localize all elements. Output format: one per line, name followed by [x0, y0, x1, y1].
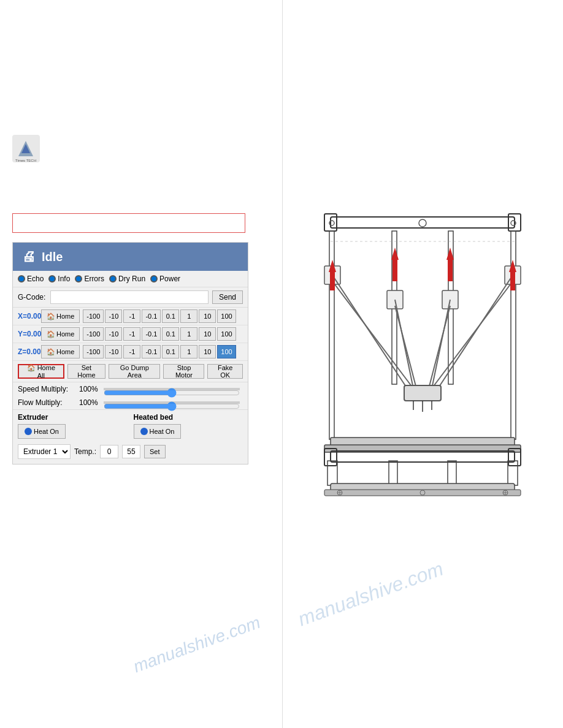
z-step-100[interactable]: 100: [217, 345, 236, 358]
main-gcode-input[interactable]: [12, 213, 245, 233]
y-step-100[interactable]: 100: [217, 327, 236, 341]
svg-rect-39: [330, 272, 335, 290]
z-step-neg1[interactable]: -1: [123, 345, 140, 358]
control-panel: 🖨 Idle Echo Info Errors: [12, 242, 248, 464]
stop-motor-button[interactable]: Stop Motor: [163, 364, 204, 379]
right-panel: manualshive.com: [282, 0, 563, 728]
radio-echo[interactable]: Echo: [18, 275, 44, 283]
radio-errors-circle: [75, 275, 82, 282]
temp-label: Temp.:: [74, 447, 96, 456]
svg-rect-33: [508, 461, 518, 485]
extruder-group: Extruder Heat On: [18, 413, 128, 439]
svg-rect-45: [510, 272, 515, 290]
z-step-10[interactable]: 10: [199, 345, 216, 358]
flow-multiply-slider[interactable]: [104, 401, 240, 411]
svg-marker-42: [446, 248, 454, 260]
go-dump-area-button[interactable]: Go Dump Area: [109, 364, 160, 379]
radio-info[interactable]: Info: [48, 275, 70, 283]
svg-rect-23: [404, 385, 441, 401]
speed-multiply-slider[interactable]: [104, 388, 240, 398]
speed-multiply-track: [104, 388, 240, 390]
action-row: 🏠 Home All Set Home Go Dump Area Stop Mo…: [13, 361, 248, 382]
printer-diagram: [318, 211, 527, 566]
temp-set-button[interactable]: Set: [144, 445, 166, 458]
heated-bed-heat-on-button[interactable]: Heat On: [134, 424, 182, 439]
logo-area: Times TECH: [12, 135, 270, 164]
fake-ok-button[interactable]: Fake OK: [207, 364, 243, 379]
extruder-heat-circle: [25, 428, 32, 435]
radio-errors-label: Errors: [84, 275, 104, 283]
home-all-button[interactable]: 🏠 Home All: [18, 364, 64, 379]
x-step-1[interactable]: 1: [180, 309, 197, 323]
flow-multiply-label: Flow Multiply:: [18, 398, 79, 407]
home-icon-y: 🏠: [47, 330, 55, 338]
radio-echo-label: Echo: [27, 275, 44, 283]
radio-info-label: Info: [58, 275, 70, 283]
send-button[interactable]: Send: [212, 290, 243, 304]
svg-rect-34: [389, 461, 397, 485]
radio-errors[interactable]: Errors: [75, 275, 104, 283]
y-step-01[interactable]: 0.1: [162, 327, 179, 341]
extruder-title: Extruder: [18, 413, 128, 422]
heated-bed-title: Heated bed: [134, 413, 243, 422]
x-step-neg1[interactable]: -1: [123, 309, 140, 323]
svg-point-47: [419, 219, 426, 227]
z-home-button[interactable]: 🏠 Home: [41, 345, 80, 358]
axis-row-x: X=0.00 🏠 Home -100 -10 -1 -0.1 0.1 1 10 …: [13, 308, 248, 325]
x-step-01[interactable]: 0.1: [162, 309, 179, 323]
home-icon-z: 🏠: [47, 348, 55, 356]
y-step-neg10[interactable]: -10: [105, 327, 122, 341]
extruder-heat-on-label: Heat On: [34, 428, 59, 435]
right-watermark: manualshive.com: [295, 558, 446, 631]
x-step-neg100[interactable]: -100: [83, 309, 104, 323]
flow-multiply-row: Flow Multiply: 100%: [13, 396, 248, 409]
left-panel: Times TECH 🖨 Idle Echo Info: [0, 0, 282, 728]
flow-multiply-value: 100%: [79, 398, 101, 407]
home-icon-x: 🏠: [47, 313, 55, 320]
extruder-row: Extruder 1 Temp.: Set: [13, 442, 248, 464]
extruder-select[interactable]: Extruder 1: [18, 444, 71, 459]
y-step-1[interactable]: 1: [180, 327, 197, 341]
svg-text:Times TECH: Times TECH: [15, 159, 36, 162]
x-home-button[interactable]: 🏠 Home: [41, 309, 80, 323]
gcode-field[interactable]: [50, 290, 209, 304]
svg-rect-43: [448, 260, 453, 281]
x-step-100[interactable]: 100: [217, 309, 236, 323]
z-step-neg01[interactable]: -0.1: [142, 345, 161, 358]
svg-rect-41: [393, 260, 397, 281]
y-step-neg01[interactable]: -0.1: [142, 327, 161, 341]
heated-bed-group: Heated bed Heat On: [134, 413, 243, 439]
axis-row-y: Y=0.00 🏠 Home -100 -10 -1 -0.1 0.1 1 10 …: [13, 325, 248, 343]
radio-power-circle: [150, 275, 158, 282]
z-step-1[interactable]: 1: [180, 345, 197, 358]
gcode-input-area: [12, 213, 270, 233]
gcode-row-label: G-Code:: [18, 293, 45, 301]
x-step-neg01[interactable]: -0.1: [142, 309, 161, 323]
temp-current-field[interactable]: [100, 445, 118, 458]
z-step-neg10[interactable]: -10: [105, 345, 122, 358]
svg-line-20: [395, 306, 416, 389]
y-step-10[interactable]: 10: [199, 327, 216, 341]
x-step-neg10[interactable]: -10: [105, 309, 122, 323]
gcode-row: G-Code: Send: [13, 287, 248, 308]
z-step-01[interactable]: 0.1: [162, 345, 179, 358]
svg-marker-40: [391, 248, 399, 260]
set-home-button[interactable]: Set Home: [67, 364, 106, 379]
radio-power[interactable]: Power: [150, 275, 180, 283]
x-axis-label: X=0.00: [18, 312, 41, 320]
radio-dryrun[interactable]: Dry Run: [109, 275, 145, 283]
y-home-button[interactable]: 🏠 Home: [41, 327, 80, 341]
z-axis-label: Z=0.00: [18, 347, 41, 356]
flow-multiply-track: [104, 401, 240, 404]
panel-header: 🖨 Idle: [13, 243, 248, 271]
x-step-10[interactable]: 10: [199, 309, 216, 323]
z-step-neg100[interactable]: -100: [83, 345, 104, 358]
speed-multiply-row: Speed Multiply: 100%: [13, 382, 248, 396]
extruder-heat-on-button[interactable]: Heat On: [18, 424, 66, 439]
logo-icon: Times TECH: [12, 135, 40, 162]
radio-row: Echo Info Errors Dry Run Power: [13, 271, 248, 287]
temp-target-field[interactable]: [122, 445, 140, 458]
y-step-neg100[interactable]: -100: [83, 327, 104, 341]
printer-icon: 🖨: [22, 249, 36, 265]
y-step-neg1[interactable]: -1: [123, 327, 140, 341]
